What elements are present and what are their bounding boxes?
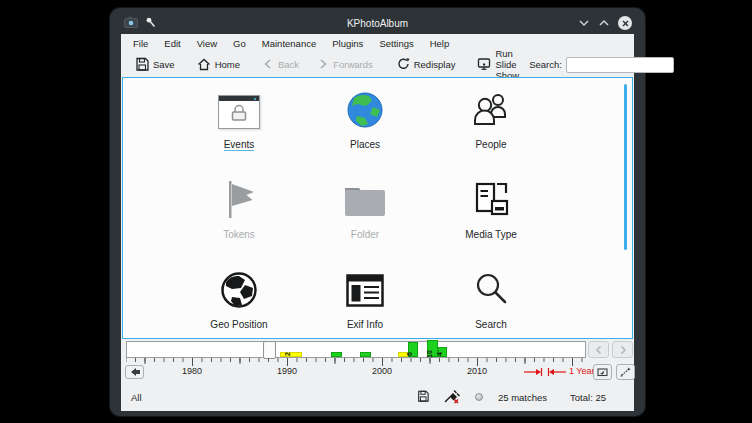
search-label: Search: xyxy=(529,59,562,70)
status-bar: All 25 matches Total: 25 xyxy=(121,383,634,411)
menu-settings[interactable]: Settings xyxy=(371,36,421,51)
histogram-bar[interactable]: 2 xyxy=(280,352,302,357)
year-tick-label: 2000 xyxy=(372,366,392,376)
forward-icon xyxy=(317,58,329,72)
geo-globe-icon xyxy=(220,271,258,313)
back-icon xyxy=(262,58,274,72)
date-bar: 2 6 10 4 1980 1990 2000 2010 xyxy=(121,339,634,383)
vertical-scrollbar[interactable] xyxy=(624,84,627,250)
status-context: All xyxy=(131,392,142,403)
maximize-button[interactable] xyxy=(598,18,610,28)
home-label: Home xyxy=(215,59,240,70)
save-button[interactable]: Save xyxy=(129,54,181,76)
histogram-bar[interactable]: 4 xyxy=(438,347,447,357)
menu-maintenance[interactable]: Maintenance xyxy=(254,36,324,51)
menu-file[interactable]: File xyxy=(125,36,156,51)
menu-bar: File Edit View Go Maintenance Plugins Se… xyxy=(121,34,634,52)
total-count: Total: 25 xyxy=(570,392,606,403)
slideshow-icon xyxy=(477,57,491,73)
thumbnail-loading-led xyxy=(475,393,483,401)
menu-edit[interactable]: Edit xyxy=(156,36,188,51)
redisplay-button[interactable]: Redisplay xyxy=(391,54,462,75)
matches-count: 25 matches xyxy=(498,392,547,403)
forwards-label: Forwards xyxy=(333,59,373,70)
refresh-icon xyxy=(397,57,410,72)
category-folder[interactable]: Folder xyxy=(302,178,428,268)
menu-plugins[interactable]: Plugins xyxy=(324,36,371,51)
plug-disconnected-icon xyxy=(444,389,460,406)
date-bar-scroll-left-button[interactable] xyxy=(588,341,609,358)
back-label: Back xyxy=(278,59,299,70)
app-window: KPhotoAlbum File Edit View xyxy=(110,8,645,416)
flag-icon xyxy=(221,179,257,225)
unit-width-arrows xyxy=(523,367,567,377)
category-media-type[interactable]: Media Type xyxy=(428,178,554,268)
year-tick-label: 1980 xyxy=(182,366,202,376)
shrink-date-bar-button[interactable] xyxy=(593,364,612,380)
home-button[interactable]: Home xyxy=(191,54,246,76)
search-input[interactable] xyxy=(566,57,674,73)
cancel-date-selection-button[interactable] xyxy=(125,365,144,379)
media-type-icon xyxy=(471,181,511,223)
home-icon xyxy=(197,57,211,73)
dirty-indicator-save-icon xyxy=(417,390,429,404)
folder-icon xyxy=(343,182,387,222)
forwards-button[interactable]: Forwards xyxy=(311,55,379,75)
close-button[interactable] xyxy=(618,16,632,30)
save-label: Save xyxy=(153,59,175,70)
category-places[interactable]: Places xyxy=(302,88,428,178)
category-browser: Events Places People Tokens Folder xyxy=(122,77,633,339)
globe-icon xyxy=(346,91,384,133)
category-people[interactable]: People xyxy=(428,88,554,178)
save-icon xyxy=(135,57,149,73)
year-tick-label: 2010 xyxy=(467,366,487,376)
category-tokens[interactable]: Tokens xyxy=(176,178,302,268)
unit-label: 1 Year xyxy=(569,366,595,376)
histogram-bar[interactable]: 6 xyxy=(408,342,418,357)
category-events[interactable]: Events xyxy=(176,88,302,178)
menu-go[interactable]: Go xyxy=(225,36,254,51)
title-bar: KPhotoAlbum xyxy=(121,12,634,34)
exif-info-icon xyxy=(346,274,384,311)
timeline-ticks xyxy=(126,358,586,366)
current-unit-indicator[interactable] xyxy=(263,341,276,359)
expand-date-bar-button[interactable] xyxy=(616,364,635,380)
menu-help[interactable]: Help xyxy=(422,36,458,51)
events-icon xyxy=(218,95,260,129)
window-title: KPhotoAlbum xyxy=(121,18,634,29)
histogram-bar[interactable] xyxy=(360,352,371,357)
menu-view[interactable]: View xyxy=(189,36,225,51)
date-bar-scroll-right-button[interactable] xyxy=(612,341,633,358)
people-icon xyxy=(471,91,511,133)
redisplay-label: Redisplay xyxy=(414,59,456,70)
minimize-button[interactable] xyxy=(578,18,590,28)
date-bar-strip[interactable]: 2 6 10 4 xyxy=(126,341,586,358)
toolbar: Save Home Back Forwards Redisplay Run Sl… xyxy=(121,52,634,77)
back-button[interactable]: Back xyxy=(256,55,305,75)
year-tick-label: 1990 xyxy=(277,366,297,376)
magnifier-icon xyxy=(472,271,510,313)
histogram-bar[interactable] xyxy=(331,352,342,357)
